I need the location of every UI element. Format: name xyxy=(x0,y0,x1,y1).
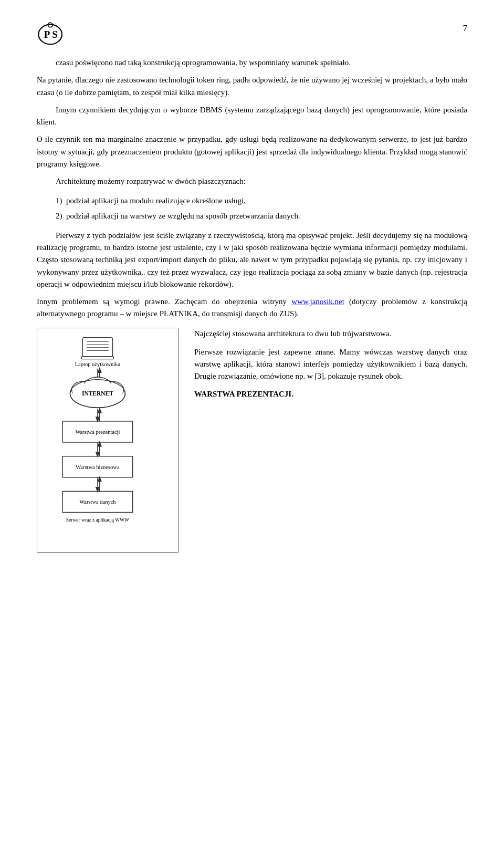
diagram-column: Laptop użytkownika xyxy=(37,328,184,553)
internet-label: INTERNET xyxy=(82,390,113,397)
business-box-label: Warstwa biznesowa xyxy=(76,464,120,470)
list-item-1: 1) podział aplikacji na modułu realizują… xyxy=(56,195,467,207)
svg-text:P: P xyxy=(44,29,50,40)
diagram-svg: Laptop użytkownika xyxy=(43,334,173,544)
server-label: Serwer wraz z aplikacją WWW xyxy=(66,517,129,522)
architecture-diagram: Laptop użytkownika xyxy=(37,328,178,553)
paragraph-7: Innym problemem są wymogi prawne. Zachęc… xyxy=(37,296,467,320)
paragraph-1: czasu poświęcono nad taką konstrukcją op… xyxy=(37,57,467,69)
svg-text:S: S xyxy=(52,29,57,40)
page-number: 7 xyxy=(463,23,468,34)
two-column-section: Laptop użytkownika xyxy=(37,328,467,553)
right-p3: WARSTWA PREZENTACJI. xyxy=(194,388,467,400)
laptop-label: Laptop użytkownika xyxy=(75,361,121,367)
page: P S 7 czasu poświęcono nad taką konstruk… xyxy=(0,0,504,843)
logo: P S xyxy=(37,21,68,47)
list-item-2: 2) podział aplikacji na warstwy ze wzglę… xyxy=(56,210,467,222)
svg-rect-4 xyxy=(82,337,112,356)
paragraph-3: Innym czynnikiem decydującym o wyborze D… xyxy=(37,104,467,129)
page-header: P S 7 xyxy=(37,21,467,47)
presentation-box-label: Warstwa prezentacji xyxy=(75,429,120,434)
data-box-label: Warstwa danych xyxy=(79,499,116,505)
right-p2: Pierwsze rozwiązanie jest zapewne znane.… xyxy=(194,346,467,383)
paragraph-4: O ile czynnik ten ma marginalne znaczeni… xyxy=(37,133,467,170)
right-p1: Najczęściej stosowana architektura to dw… xyxy=(194,328,467,340)
paragraph-2: Na pytanie, dlaczego nie zastosowano tec… xyxy=(37,74,467,99)
p7-before-link: Innym problemem są wymogi prawne. Zachęc… xyxy=(37,297,287,306)
list-section: 1) podział aplikacji na modułu realizują… xyxy=(56,195,467,222)
paragraph-6: Pierwszy z tych podziałów jest ściśle zw… xyxy=(37,230,467,290)
janosik-link[interactable]: www.janosik.net xyxy=(291,297,344,306)
svg-rect-5 xyxy=(81,356,113,359)
right-text-column: Najczęściej stosowana architektura to dw… xyxy=(194,328,467,405)
content-area: czasu poświęcono nad taką konstrukcją op… xyxy=(37,57,467,553)
paragraph-5: Architekturę możemy rozpatrywać w dwóch … xyxy=(37,175,467,188)
